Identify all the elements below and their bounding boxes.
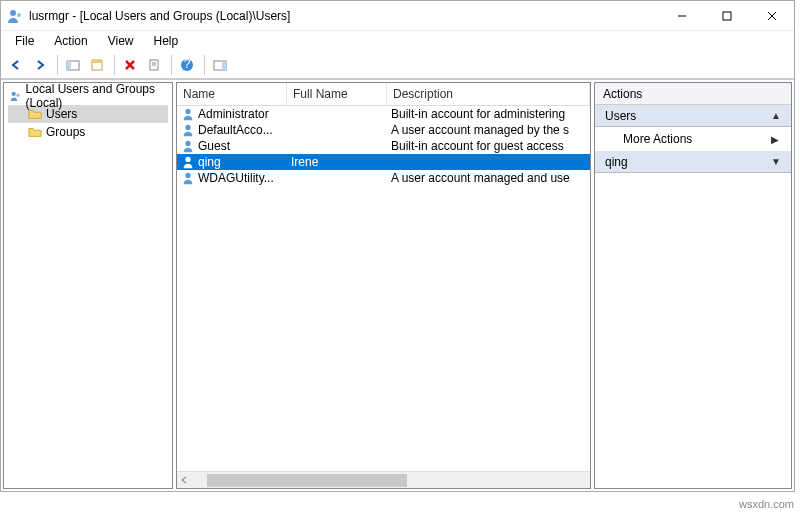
scrollbar-thumb[interactable] [207,474,407,487]
svg-rect-3 [723,12,731,20]
users-groups-icon [10,89,22,103]
watermark: wsxdn.com [739,498,794,510]
user-full-name: Irene [287,155,387,169]
user-name: DefaultAcco... [198,123,273,137]
folder-open-icon [28,107,42,121]
menu-view[interactable]: View [100,32,142,50]
list-header: Name Full Name Description [177,83,590,106]
list-pane: Name Full Name Description Administrator… [176,82,591,489]
user-icon [181,155,195,169]
forward-button[interactable] [29,54,51,76]
toolbar-separator [171,55,172,75]
folder-icon [28,125,42,139]
chevron-right-icon: ▶ [771,134,779,145]
actions-section-selected[interactable]: qing ▼ [595,151,791,173]
svg-point-20 [16,93,20,97]
svg-point-23 [185,141,190,146]
svg-rect-7 [67,61,71,70]
menubar: File Action View Help [1,31,794,51]
user-icon [181,107,195,121]
tree-groups-label: Groups [46,125,85,139]
tree-users-label: Users [46,107,77,121]
user-row[interactable]: DefaultAcco...A user account managed by … [177,122,590,138]
user-name: qing [198,155,221,169]
app-window: lusrmgr - [Local Users and Groups (Local… [0,0,795,492]
svg-point-25 [185,173,190,178]
svg-text:?: ? [184,58,191,71]
actions-pane: Actions Users ▲ More Actions ▶ qing ▼ [594,82,792,489]
help-button[interactable]: ? [176,54,198,76]
user-description: A user account managed by the s [387,123,590,137]
svg-rect-9 [92,60,102,63]
scroll-left-icon[interactable] [177,473,191,487]
tree-root-label: Local Users and Groups (Local) [26,82,166,110]
user-name: Guest [198,139,230,153]
actions-section-selected-label: qing [605,155,628,169]
actions-section-users[interactable]: Users ▲ [595,105,791,127]
actions-header: Actions [595,83,791,105]
app-icon [7,8,23,24]
user-name: Administrator [198,107,269,121]
tree-root[interactable]: Local Users and Groups (Local) [8,87,168,105]
svg-point-21 [185,109,190,114]
back-button[interactable] [5,54,27,76]
titlebar: lusrmgr - [Local Users and Groups (Local… [1,1,794,31]
user-row[interactable]: AdministratorBuilt-in account for admini… [177,106,590,122]
svg-point-24 [185,157,190,162]
content-area: Local Users and Groups (Local) Users Gro… [1,79,794,491]
user-row[interactable]: WDAGUtility...A user account managed and… [177,170,590,186]
collapse-down-icon: ▼ [771,156,781,167]
delete-button[interactable] [119,54,141,76]
tree-pane: Local Users and Groups (Local) Users Gro… [3,82,173,489]
column-description[interactable]: Description [387,83,590,105]
properties-button[interactable] [86,54,108,76]
toolbar-separator [57,55,58,75]
menu-help[interactable]: Help [146,32,187,50]
user-description: Built-in account for guest access [387,139,590,153]
toolbar-separator [114,55,115,75]
properties-sheet-button[interactable] [143,54,165,76]
menu-file[interactable]: File [7,32,42,50]
user-icon [181,171,195,185]
user-icon [181,139,195,153]
svg-rect-18 [222,61,226,70]
svg-point-0 [10,10,16,16]
close-button[interactable] [749,1,794,30]
horizontal-scrollbar[interactable] [177,471,590,488]
user-icon [181,123,195,137]
toolbar: ? [1,51,794,79]
list-body: AdministratorBuilt-in account for admini… [177,106,590,471]
user-row[interactable]: GuestBuilt-in account for guest access [177,138,590,154]
minimize-button[interactable] [659,1,704,30]
user-name: WDAGUtility... [198,171,274,185]
toolbar-separator [204,55,205,75]
user-row[interactable]: qingIrene [177,154,590,170]
svg-point-22 [185,125,190,130]
user-description: Built-in account for administering [387,107,590,121]
menu-action[interactable]: Action [46,32,95,50]
collapse-up-icon: ▲ [771,110,781,121]
window-title: lusrmgr - [Local Users and Groups (Local… [29,9,659,23]
user-description: A user account managed and use [387,171,590,185]
actions-more-actions[interactable]: More Actions ▶ [595,127,791,151]
tree-item-groups[interactable]: Groups [8,123,168,141]
actions-more-label: More Actions [623,132,692,146]
column-name[interactable]: Name [177,83,287,105]
maximize-button[interactable] [704,1,749,30]
show-hide-action-pane-button[interactable] [209,54,231,76]
svg-point-19 [11,92,15,96]
actions-section-users-label: Users [605,109,636,123]
svg-point-1 [17,13,21,17]
show-hide-tree-button[interactable] [62,54,84,76]
column-full-name[interactable]: Full Name [287,83,387,105]
